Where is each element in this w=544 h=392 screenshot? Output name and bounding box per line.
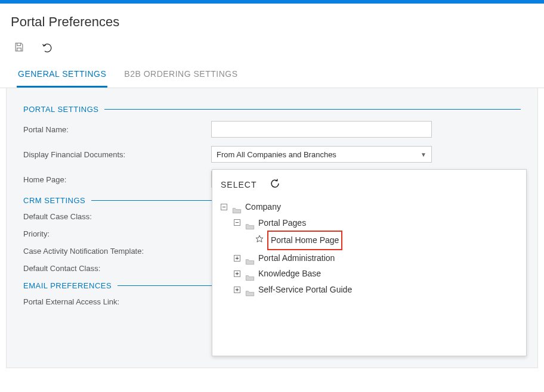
label-portal-name: Portal Name:	[23, 125, 211, 134]
tree-node-portal-home-page[interactable]: Portal Home Page	[267, 231, 342, 250]
label-priority: Priority:	[23, 229, 211, 238]
label-external-access-link: Portal External Access Link:	[23, 297, 211, 306]
label-default-case-class: Default Case Class:	[23, 212, 211, 221]
svg-marker-2	[256, 235, 263, 242]
refresh-icon	[270, 178, 280, 189]
select-value: From All Companies and Branches	[217, 150, 336, 159]
tree-selector-panel: SELECT − Company − Portal Pages Portal H…	[212, 169, 527, 356]
expander-plus[interactable]: +	[234, 255, 240, 262]
undo-icon	[42, 41, 54, 53]
folder-icon	[245, 219, 255, 226]
save-icon	[13, 41, 25, 53]
tab-general-settings[interactable]: GENERAL SETTINGS	[17, 60, 107, 88]
divider	[104, 109, 521, 110]
expander-plus[interactable]: +	[234, 287, 240, 293]
star-icon	[255, 232, 264, 248]
section-title: EMAIL PREFERENCES	[23, 281, 112, 290]
top-accent-bar	[0, 0, 544, 4]
select-label: SELECT	[221, 180, 256, 189]
section-portal-settings: PORTAL SETTINGS	[23, 105, 521, 114]
label-display-financial-documents: Display Financial Documents:	[23, 150, 211, 159]
tree-node-knowledge-base[interactable]: Knowledge Base	[258, 266, 321, 282]
expander-plus[interactable]: +	[234, 270, 240, 277]
display-financial-documents-select[interactable]: From All Companies and Branches ▼	[211, 146, 432, 163]
folder-icon	[245, 286, 255, 293]
tree-node-company[interactable]: Company	[245, 199, 281, 215]
folder-icon	[245, 270, 255, 278]
tree-node-self-service-guide[interactable]: Self-Service Portal Guide	[258, 282, 352, 298]
expander-minus[interactable]: −	[234, 219, 240, 226]
tree-node-portal-pages[interactable]: Portal Pages	[258, 215, 306, 231]
refresh-button[interactable]	[270, 178, 280, 191]
tab-b2b-ordering[interactable]: B2B ORDERING SETTINGS	[123, 60, 239, 88]
tabs: GENERAL SETTINGS B2B ORDERING SETTINGS	[0, 60, 544, 88]
save-button[interactable]	[13, 41, 25, 53]
toolbar	[0, 41, 544, 60]
label-default-contact-class: Default Contact Class:	[23, 264, 211, 273]
undo-button[interactable]	[42, 41, 54, 53]
chevron-down-icon: ▼	[421, 151, 426, 158]
expander-minus[interactable]: −	[221, 204, 227, 210]
folder-icon	[245, 254, 255, 262]
folder-icon	[232, 203, 242, 210]
section-title: PORTAL SETTINGS	[23, 105, 98, 114]
portal-name-input[interactable]	[211, 121, 432, 138]
section-title: CRM SETTINGS	[23, 196, 85, 205]
label-home-page: Home Page:	[23, 175, 211, 184]
content-area: PORTAL SETTINGS Portal Name: Display Fin…	[6, 88, 538, 368]
label-notification-template: Case Activity Notification Template:	[23, 247, 211, 256]
page-title: Portal Preferences	[11, 14, 544, 30]
tree-node-portal-administration[interactable]: Portal Administration	[258, 250, 335, 266]
tree: − Company − Portal Pages Portal Home Pag…	[221, 199, 518, 298]
